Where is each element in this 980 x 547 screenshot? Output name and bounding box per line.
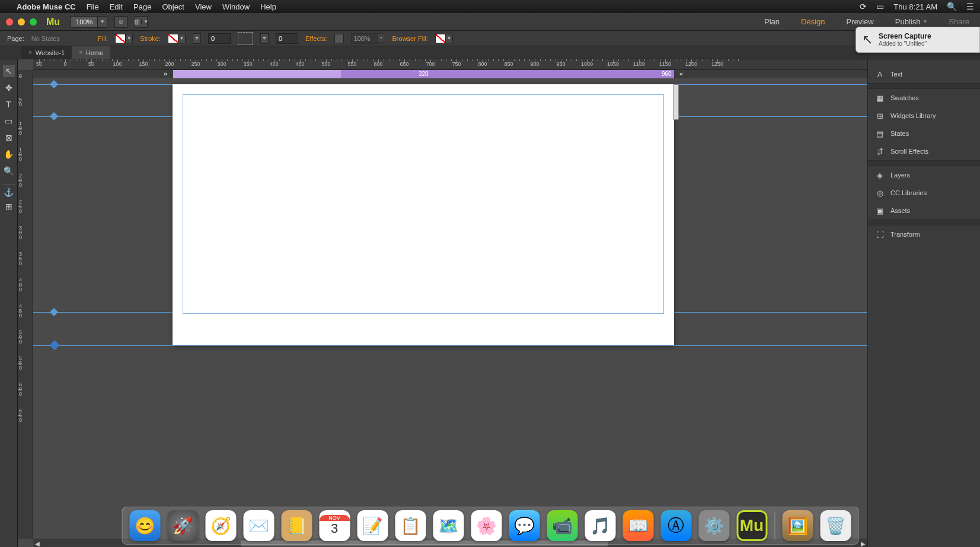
clock[interactable]: Thu 8:21 AM <box>893 2 937 11</box>
menu-window[interactable]: Window <box>222 2 250 11</box>
fill-swatch[interactable]: ▼ <box>115 34 133 43</box>
page-state-value[interactable]: No States <box>31 35 60 42</box>
page-canvas[interactable] <box>173 84 674 345</box>
dock-mail[interactable]: ✉️ <box>243 510 274 541</box>
breakpoint-min-value: 320 <box>419 70 429 78</box>
dock-appstore[interactable]: Ⓐ <box>660 510 691 541</box>
dock-messages[interactable]: 💬 <box>509 510 540 541</box>
breakpoint-bar[interactable]: » 320 960 « <box>33 70 867 78</box>
mac-menubar: Adobe Muse CC File Edit Page Object View… <box>0 0 980 13</box>
page-scroll-handle[interactable] <box>673 84 679 120</box>
menu-help[interactable]: Help <box>260 2 276 11</box>
panel-grip[interactable]: :::::: <box>868 59 980 65</box>
breakpoint-range-main[interactable] <box>341 70 674 78</box>
menu-file[interactable]: File <box>87 2 99 11</box>
page-margin-box <box>183 94 664 314</box>
guide-handle[interactable] <box>50 112 58 120</box>
breakpoint-max-value: 960 <box>662 70 672 78</box>
window-minimize[interactable] <box>18 18 25 26</box>
app-name[interactable]: Adobe Muse CC <box>17 2 76 11</box>
document-tabs: × Website-1 × Home <box>0 46 980 59</box>
dock-launchpad[interactable]: 🚀 <box>167 510 198 541</box>
dock-muse[interactable]: Mu <box>736 510 767 541</box>
panel-states[interactable]: ▤States <box>868 125 980 142</box>
dock-downloads-folder[interactable]: 🖼️ <box>782 510 813 541</box>
canvas-workarea: 5005010015020025030035040045050055060065… <box>18 59 867 547</box>
panel-cc-libraries[interactable]: ◎CC Libraries <box>868 184 980 202</box>
menu-object[interactable]: Object <box>162 2 184 11</box>
rectangle-frame-tool[interactable]: ⊠ <box>3 132 15 144</box>
menu-extras-icon[interactable]: ☰ <box>966 2 974 11</box>
panel-scroll-effects[interactable]: ⇵Scroll Effects <box>868 142 980 160</box>
corner-radius-input[interactable] <box>276 33 298 44</box>
vertical-ruler[interactable]: 050100150200250300350400450500550600650 <box>18 70 33 539</box>
corner-options[interactable] <box>238 32 253 45</box>
window-close[interactable] <box>6 18 13 26</box>
panel-assets[interactable]: ▣Assets <box>868 202 980 220</box>
menu-view[interactable]: View <box>195 2 212 11</box>
corner-stepper[interactable]: ≑ <box>260 33 269 44</box>
close-icon[interactable]: × <box>28 49 32 56</box>
canvas[interactable] <box>33 78 867 539</box>
tab-website-1[interactable]: × Website-1 <box>21 46 72 59</box>
dock-safari[interactable]: 🧭 <box>205 510 236 541</box>
panel-layers[interactable]: ◈Layers <box>868 166 980 184</box>
guide-handle[interactable] <box>50 80 58 88</box>
breakpoint-range-min[interactable] <box>173 70 341 78</box>
stroke-stepper[interactable]: ≑ <box>193 33 201 44</box>
dock-photos[interactable]: 🌸 <box>471 510 502 541</box>
panel-widgets-library[interactable]: ⊞Widgets Library <box>868 107 980 125</box>
text-tool[interactable]: T <box>3 98 15 110</box>
panel-text[interactable]: AText <box>868 65 980 83</box>
widgets-icon: ⊞ <box>875 111 885 120</box>
publish-dropdown-icon[interactable]: ▼ <box>922 19 927 24</box>
dock-ibooks[interactable]: 📖 <box>623 510 653 541</box>
scroll-left-icon[interactable]: ◀ <box>33 539 42 547</box>
display-icon[interactable]: ▭ <box>876 2 884 11</box>
horizontal-ruler[interactable]: 5005010015020025030035040045050055060065… <box>33 59 867 70</box>
window-zoom[interactable] <box>30 18 37 26</box>
guide-handle[interactable] <box>50 341 60 351</box>
close-icon[interactable]: × <box>79 49 82 56</box>
crop-tool[interactable]: ✥ <box>3 82 15 94</box>
dock-finder[interactable]: 😊 <box>129 510 160 541</box>
effects-icon[interactable] <box>334 34 344 43</box>
dock-trash[interactable]: 🗑️ <box>820 510 851 541</box>
dock-contacts[interactable]: 📒 <box>281 510 312 541</box>
dock-system-preferences[interactable]: ⚙️ <box>698 510 729 541</box>
mode-design[interactable]: Design <box>790 13 835 30</box>
zoom-dropdown-icon[interactable]: ▼ <box>97 17 107 27</box>
sync-icon[interactable]: ⟳ <box>860 2 867 11</box>
pin-toggle-button[interactable]: ⎚ <box>114 16 127 28</box>
scroll-right-icon[interactable]: ▶ <box>859 539 867 547</box>
dock-reminders[interactable]: 📋 <box>395 510 426 541</box>
format-tool[interactable]: ⊞ <box>3 201 15 212</box>
dock-facetime[interactable]: 📹 <box>547 510 577 541</box>
menu-page[interactable]: Page <box>133 2 151 11</box>
mode-plan[interactable]: Plan <box>754 13 790 30</box>
tab-home[interactable]: × Home <box>72 46 110 59</box>
dock-maps[interactable]: 🗺️ <box>433 510 464 541</box>
guide-handle[interactable] <box>50 308 58 316</box>
breakpoint-collapse-left-icon[interactable]: » <box>164 70 167 77</box>
dock-calendar[interactable]: NOV 3 <box>319 510 350 541</box>
panel-swatches[interactable]: ▦Swatches <box>868 89 980 107</box>
dock-itunes[interactable]: 🎵 <box>585 510 615 541</box>
selection-tool[interactable]: ↖ <box>3 65 15 77</box>
hand-tool[interactable]: ✋ <box>3 148 15 160</box>
panel-transform[interactable]: ⛶Transform <box>868 225 980 243</box>
screen-capture-notification[interactable]: ↖ Screen Capture Added to "Unfiled" <box>855 27 980 53</box>
stroke-width-input[interactable] <box>208 33 231 44</box>
anchor-tool[interactable]: ⚓ <box>3 184 15 196</box>
screen-layout-button[interactable]: ▥▼ <box>135 16 148 28</box>
stroke-swatch[interactable]: ▼ <box>168 34 186 43</box>
dock-notes[interactable]: 📝 <box>357 510 388 541</box>
zoom-level[interactable]: 100% ▼ <box>71 16 107 28</box>
menu-edit[interactable]: Edit <box>110 2 123 11</box>
breakpoint-collapse-right-icon[interactable]: « <box>679 70 683 77</box>
rectangle-tool[interactable]: ▭ <box>3 115 15 127</box>
spotlight-icon[interactable]: 🔍 <box>947 2 957 11</box>
zoom-tool[interactable]: 🔍 <box>3 165 15 177</box>
browser-fill-swatch[interactable]: ▼ <box>435 34 453 43</box>
app-top-bar: Mu 100% ▼ ⎚ ▥▼ Plan Design Preview Publi… <box>0 13 980 31</box>
